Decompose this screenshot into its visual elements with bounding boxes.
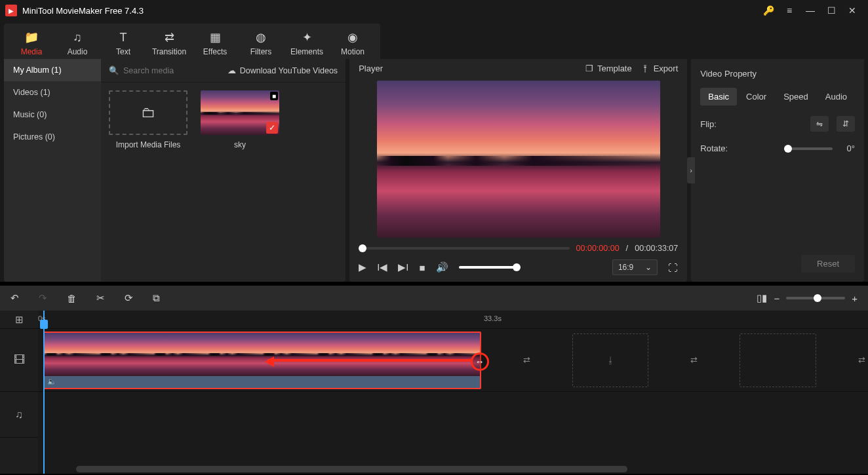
redo-button[interactable]: ↷ — [39, 292, 47, 304]
prev-frame-button[interactable]: I◀ — [377, 261, 387, 273]
media-sidebar: My Album (1) Videos (1) Music (0) Pictur… — [4, 59, 101, 282]
time-current: 00:00:00:00 — [576, 244, 620, 253]
clip-thumbnails — [45, 333, 480, 376]
top-toolbar: 📁Media ♫Audio TText ⇄Transition ▦Effects… — [0, 21, 868, 59]
transition-slot[interactable]: ⇄ — [856, 354, 868, 367]
clip-thumb — [45, 333, 99, 376]
ruler-tick-1: 33.3s — [484, 314, 502, 322]
playhead[interactable] — [43, 311, 45, 474]
prop-tab-speed[interactable]: Speed — [776, 88, 816, 105]
template-button[interactable]: ❐Template — [585, 64, 632, 73]
tab-audio[interactable]: ♫Audio — [56, 28, 98, 59]
crop-button[interactable]: ⧉ — [153, 292, 160, 304]
audio-track[interactable] — [38, 392, 868, 438]
import-label: Import Media Files — [116, 140, 181, 149]
media-pane: My Album (1) Videos (1) Music (0) Pictur… — [4, 59, 345, 282]
video-clip[interactable]: 33.3s 🔈 ↔ — [43, 332, 481, 389]
media-thumbnail[interactable]: ■ ✓ — [201, 90, 279, 135]
transition-slot[interactable]: ⇄ — [688, 354, 700, 367]
rotate-handle[interactable] — [784, 145, 792, 153]
scrollbar-thumb[interactable] — [76, 466, 627, 472]
reset-button[interactable]: Reset — [801, 255, 855, 273]
clip-thumb — [317, 333, 371, 376]
timeline-scrollbar[interactable] — [76, 466, 864, 472]
tab-filters[interactable]: ◍Filters — [240, 28, 282, 59]
import-media-button[interactable]: 🗀 — [109, 90, 187, 135]
rotate-slider[interactable] — [784, 147, 833, 150]
time-duration: 00:00:33:07 — [635, 244, 678, 253]
volume-icon[interactable]: 🔊 — [436, 261, 448, 273]
flip-horizontal-button[interactable]: ⇋ — [810, 116, 829, 132]
aspect-ratio-select[interactable]: 16:9⌄ — [612, 259, 658, 275]
stop-button[interactable]: ■ — [419, 262, 425, 273]
tracks-area: 0s 33.3s 33.3s 🔈 ↔ — [38, 311, 868, 474]
layers-icon: ❐ — [585, 64, 593, 73]
clip-trim-handle[interactable]: ↔ — [471, 352, 489, 371]
empty-clip-slot[interactable]: ⭳ — [572, 333, 648, 387]
search-wrap: 🔍 — [109, 66, 222, 75]
speaker-icon: 🔈 — [47, 377, 56, 386]
download-icon: ⭳ — [606, 355, 615, 365]
zoom-handle[interactable] — [814, 294, 821, 302]
seek-bar[interactable] — [359, 247, 569, 250]
export-button[interactable]: ⭱Export — [641, 64, 679, 73]
play-button[interactable]: ▶ — [359, 261, 366, 273]
timeline-zoom: ▯▮ − + — [757, 292, 858, 304]
volume-slider[interactable] — [459, 266, 518, 269]
empty-clip-slot[interactable] — [740, 333, 816, 387]
split-button[interactable]: ✂ — [96, 292, 105, 304]
tab-effects[interactable]: ▦Effects — [194, 28, 236, 59]
video-preview[interactable] — [377, 81, 660, 238]
transition-slot[interactable]: ⇄ — [521, 354, 533, 367]
zoom-slider[interactable] — [786, 297, 845, 299]
properties-body: Basic Color Speed Audio Flip: ⇋ ⇵ Rotate… — [691, 88, 864, 246]
undo-button[interactable]: ↶ — [10, 292, 19, 304]
time-separator: / — [626, 243, 629, 253]
tab-text[interactable]: TText — [102, 28, 144, 59]
prop-tab-basic[interactable]: Basic — [700, 88, 737, 105]
prop-tab-audio[interactable]: Audio — [818, 88, 855, 105]
speed-button[interactable]: ⟳ — [125, 292, 133, 304]
tab-motion[interactable]: ◉Motion — [332, 28, 374, 59]
flip-vertical-button[interactable]: ⇵ — [837, 116, 855, 132]
license-key-icon[interactable]: 🔑 — [758, 0, 779, 21]
zoom-in-button[interactable]: + — [852, 293, 858, 304]
sidebar-item-pictures[interactable]: Pictures (0) — [4, 126, 101, 148]
transition-icon: ⇄ — [165, 30, 174, 45]
seek-handle[interactable] — [359, 244, 366, 252]
rotate-row: Rotate: 0° — [700, 143, 855, 153]
tab-media[interactable]: 📁Media — [10, 28, 52, 59]
next-frame-button[interactable]: ▶I — [398, 261, 408, 273]
tab-transition[interactable]: ⇄Transition — [148, 28, 190, 59]
playhead-handle[interactable] — [40, 320, 48, 329]
player-title: Player — [359, 64, 576, 73]
time-ruler[interactable]: 0s 33.3s — [38, 311, 868, 329]
fullscreen-button[interactable]: ⛶ — [668, 262, 678, 273]
video-track[interactable]: 33.3s 🔈 ↔ ⇄ ⭳ ⇄ ⇄ — [38, 329, 868, 392]
flip-row: Flip: ⇋ ⇵ — [700, 116, 855, 132]
collapse-properties-button[interactable]: › — [687, 157, 695, 183]
download-youtube-button[interactable]: ☁ Download YouTube Videos — [227, 66, 338, 75]
minimize-button[interactable]: — — [800, 0, 821, 21]
maximize-button[interactable]: ☐ — [821, 0, 842, 21]
close-button[interactable]: ✕ — [842, 0, 863, 21]
motion-icon: ◉ — [347, 30, 358, 45]
sidebar-item-music[interactable]: Music (0) — [4, 104, 101, 126]
delete-button[interactable]: 🗑 — [67, 293, 77, 304]
sidebar-item-album[interactable]: My Album (1) — [4, 59, 101, 81]
timeline: ⊞ 🎞 ♫ 0s 33.3s 33.3s 🔈 — [0, 311, 868, 474]
fit-timeline-button[interactable]: ▯▮ — [757, 292, 767, 304]
app-title: MiniTool MovieMaker Free 7.4.3 — [22, 6, 144, 16]
media-body: 🔍 ☁ Download YouTube Videos 🗀 Import Med… — [101, 59, 345, 282]
prop-tab-color[interactable]: Color — [738, 88, 774, 105]
menu-icon[interactable]: ≡ — [779, 0, 800, 21]
volume-handle[interactable] — [513, 263, 521, 271]
clip-thumb — [371, 333, 425, 376]
sidebar-item-videos[interactable]: Videos (1) — [4, 81, 101, 104]
add-track-button[interactable]: ⊞ — [0, 311, 38, 329]
zoom-out-button[interactable]: − — [774, 293, 779, 304]
tab-elements[interactable]: ✦Elements — [286, 28, 328, 59]
clip-thumb — [153, 333, 208, 376]
search-input[interactable] — [123, 66, 202, 75]
trim-arrow-annotation — [267, 359, 471, 362]
